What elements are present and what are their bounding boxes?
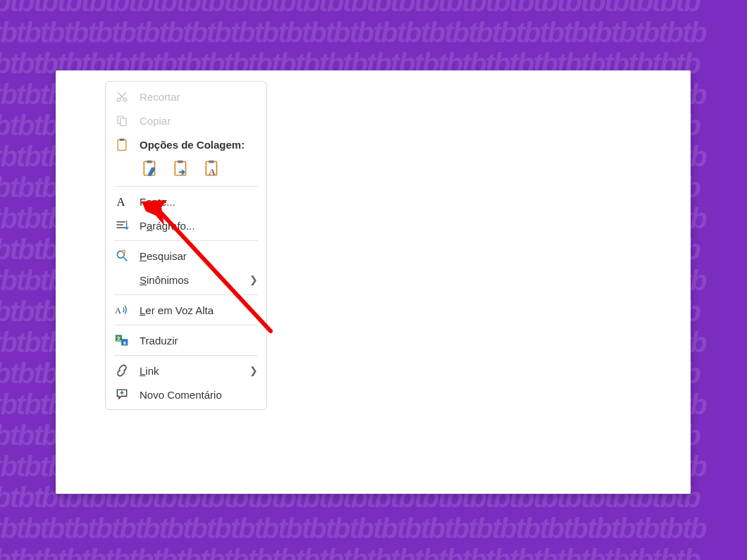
paste-text-only-button[interactable]: A <box>202 158 223 179</box>
svg-line-20 <box>124 258 128 261</box>
menu-paragraph[interactable]: Parágrafo... <box>106 213 266 237</box>
menu-synonyms[interactable]: Sinônimos ❯ <box>106 268 266 292</box>
svg-text:文: 文 <box>116 335 121 342</box>
svg-text:a: a <box>123 340 126 345</box>
menu-search-label: Pesquisar <box>140 250 258 262</box>
chevron-right-icon: ❯ <box>249 365 258 376</box>
menu-read-aloud-label: Ler em Voz Alta <box>140 304 258 316</box>
menu-paragraph-label: Parágrafo... <box>140 220 258 232</box>
separator <box>114 186 258 187</box>
svg-point-1 <box>123 98 127 101</box>
separator <box>114 240 258 241</box>
separator <box>114 325 258 325</box>
svg-rect-9 <box>147 161 152 163</box>
menu-paste-header-label: Opções de Colagem: <box>140 139 258 151</box>
svg-rect-11 <box>178 161 183 163</box>
search-icon: i <box>114 248 130 263</box>
comment-icon <box>114 387 130 402</box>
blank-icon <box>114 272 130 287</box>
clipboard-icon <box>114 137 130 152</box>
svg-rect-13 <box>209 161 214 163</box>
svg-text:i: i <box>123 251 124 254</box>
read-aloud-icon: A <box>114 302 130 318</box>
translate-icon: 文 a <box>114 332 130 348</box>
paragraph-icon <box>114 218 130 233</box>
font-icon: A <box>114 194 130 209</box>
paste-merge-formatting-button[interactable] <box>171 158 192 179</box>
menu-cut-label: Recortar <box>140 91 258 103</box>
chevron-right-icon: ❯ <box>249 274 258 285</box>
document-area: Recortar Copiar Opções de Colagem: <box>56 70 691 494</box>
menu-font-label: Fonte... <box>140 196 258 208</box>
svg-rect-6 <box>118 139 126 150</box>
cut-icon <box>114 89 130 104</box>
menu-link[interactable]: Link ❯ <box>106 359 266 382</box>
separator <box>114 294 258 295</box>
svg-rect-7 <box>120 139 125 141</box>
paste-options-row: A <box>106 156 266 183</box>
menu-copy-label: Copiar <box>140 115 258 127</box>
menu-synonyms-label: Sinônimos <box>140 274 240 286</box>
link-icon <box>114 363 130 378</box>
svg-rect-5 <box>121 118 126 126</box>
svg-text:A: A <box>117 195 125 209</box>
svg-point-0 <box>117 98 121 101</box>
copy-icon <box>114 113 130 128</box>
menu-translate-label: Traduzir <box>140 335 258 347</box>
menu-new-comment-label: Novo Comentário <box>140 389 258 401</box>
svg-text:A: A <box>115 306 121 316</box>
context-menu: Recortar Copiar Opções de Colagem: <box>105 81 267 410</box>
menu-translate[interactable]: 文 a Traduzir <box>106 328 266 352</box>
menu-link-label: Link <box>140 365 240 377</box>
separator <box>114 355 258 356</box>
svg-text:A: A <box>209 166 216 177</box>
menu-paste-header: Opções de Colagem: <box>106 132 266 156</box>
menu-read-aloud[interactable]: A Ler em Voz Alta <box>106 298 266 322</box>
menu-copy: Copiar <box>106 108 266 132</box>
paste-keep-source-formatting-button[interactable] <box>140 158 161 179</box>
menu-search[interactable]: i Pesquisar <box>106 244 266 268</box>
menu-cut: Recortar <box>106 85 266 108</box>
menu-new-comment[interactable]: Novo Comentário <box>106 382 266 406</box>
menu-font[interactable]: A Fonte... <box>106 189 266 213</box>
